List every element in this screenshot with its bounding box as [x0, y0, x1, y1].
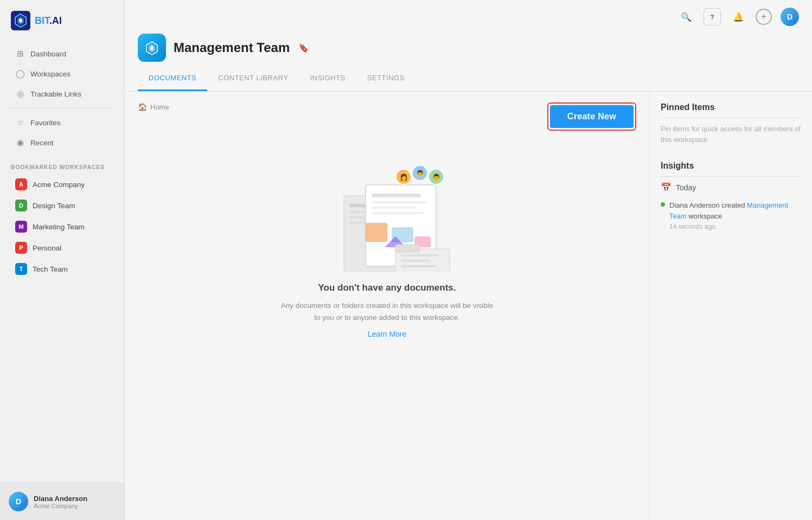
insights-today: 📅 Today [661, 182, 801, 192]
content-area: 🏠 Home Create New [125, 92, 812, 520]
workspace-badge-acme: A [15, 178, 27, 190]
workspace-item-label: Tech Team [33, 265, 68, 273]
bell-icon[interactable]: 🔔 [730, 8, 747, 25]
add-workspace-button[interactable]: + [756, 9, 772, 25]
sidebar-item-trackable-links[interactable]: ◎ Trackable Links [4, 84, 120, 104]
workspace-name: Management Team [174, 40, 290, 55]
sidebar-nav: ⊞ Dashboard ◯ Workspaces ◎ Trackable Lin… [0, 39, 124, 157]
svg-rect-31 [395, 245, 420, 252]
svg-rect-17 [366, 223, 387, 242]
tab-documents[interactable]: DOCUMENTS [138, 66, 207, 91]
user-company: Acme Company [34, 503, 87, 509]
sidebar-item-label: Workspaces [30, 70, 71, 78]
insight-time: 14 seconds ago [669, 223, 715, 230]
insights-title: Insights [661, 161, 801, 171]
create-new-button[interactable]: Create New [550, 105, 634, 128]
tab-insights[interactable]: INSIGHTS [299, 66, 356, 91]
workspace-badge-tech: T [15, 263, 27, 275]
trackable-links-icon: ◎ [15, 89, 25, 99]
recent-icon: ◉ [15, 138, 25, 147]
bookmarked-workspaces-list: A Acme Company D Design Team M Marketing… [0, 174, 124, 280]
favorites-icon: ☆ [15, 118, 25, 127]
sidebar-item-label: Dashboard [30, 50, 66, 58]
breadcrumb-label: Home [150, 103, 169, 111]
pinned-items-hint: Pin items for quick access for all membe… [661, 124, 801, 145]
workspace-item-marketing[interactable]: M Marketing Team [4, 216, 120, 237]
help-icon[interactable]: ? [704, 8, 721, 25]
sidebar-item-label: Trackable Links [30, 90, 81, 98]
empty-state: 👩 👨 👨 You don't have any documents [138, 142, 636, 349]
workspace-item-label: Acme Company [33, 181, 85, 189]
svg-text:👨: 👨 [432, 173, 440, 181]
pinned-divider [661, 118, 801, 118]
user-info: Diana Anderson Acme Company [34, 495, 87, 509]
workspace-title-area: Management Team 🔖 [138, 34, 309, 62]
workspace-item-label: Design Team [33, 202, 75, 210]
empty-title: You don't have any documents. [318, 283, 456, 293]
search-icon[interactable]: 🔍 [677, 8, 695, 25]
svg-rect-34 [401, 265, 436, 267]
breadcrumb: 🏠 Home [138, 102, 169, 111]
create-btn-wrapper: Create New [547, 102, 636, 131]
sidebar-item-dashboard[interactable]: ⊞ Dashboard [4, 44, 120, 63]
sidebar-item-workspaces[interactable]: ◯ Workspaces [4, 64, 120, 84]
logo: BIT.AI [0, 0, 124, 39]
user-avatar-topbar[interactable]: D [781, 8, 799, 26]
home-icon: 🏠 [138, 102, 147, 111]
insight-user: Diana Anderson [669, 201, 721, 209]
bookmark-icon[interactable]: 🔖 [298, 43, 309, 53]
user-name: Diana Anderson [34, 495, 87, 503]
workspace-icon-large [138, 34, 166, 62]
workspace-title: Management Team 🔖 [174, 40, 309, 55]
insight-item: Diana Anderson created Management Team w… [661, 200, 801, 232]
empty-illustration: 👩 👨 👨 [311, 163, 463, 272]
user-avatar: D [9, 492, 28, 511]
documents-section: 🏠 Home Create New [125, 92, 649, 520]
workspace-badge-marketing: M [15, 221, 27, 233]
tab-content-library[interactable]: CONTENT LIBRARY [207, 66, 299, 91]
svg-text:👨: 👨 [416, 169, 424, 177]
workspace-item-personal[interactable]: P Personal [4, 237, 120, 258]
dashboard-icon: ⊞ [15, 49, 25, 59]
workspace-item-design[interactable]: D Design Team [4, 195, 120, 216]
workspace-header: Management Team 🔖 [125, 34, 812, 62]
main-content: 🔍 ? 🔔 + D Management Team 🔖 DO [125, 0, 812, 520]
sidebar-item-label: Favorites [30, 119, 61, 127]
workspace-item-tech[interactable]: T Tech Team [4, 259, 120, 279]
insights-divider [661, 176, 801, 177]
sidebar-item-label: Recent [30, 139, 54, 147]
svg-rect-13 [372, 194, 421, 197]
learn-more-link[interactable]: Learn More [368, 330, 407, 338]
svg-rect-14 [372, 201, 426, 203]
insight-content: Diana Anderson created Management Team w… [669, 200, 801, 232]
workspace-item-label: Personal [33, 244, 61, 252]
svg-text:👩: 👩 [400, 173, 408, 181]
svg-rect-16 [372, 212, 424, 214]
today-label: Today [676, 183, 696, 192]
insight-dot [661, 202, 665, 207]
sidebar-item-favorites[interactable]: ☆ Favorites [4, 113, 120, 132]
svg-rect-33 [401, 260, 431, 262]
workspace-badge-personal: P [15, 242, 27, 254]
insights-section: Insights 📅 Today Diana Anderson created … [661, 161, 801, 232]
nav-divider [9, 108, 116, 108]
workspace-item-label: Marketing Team [33, 223, 85, 231]
insight-action2: workspace [688, 212, 722, 220]
bookmarked-section-label: BOOKMARKED WORKSPACES [0, 157, 124, 174]
sidebar: BIT.AI ⊞ Dashboard ◯ Workspaces ◎ Tracka… [0, 0, 125, 520]
svg-rect-32 [401, 254, 439, 256]
workspace-svg-icon [144, 40, 159, 55]
svg-rect-15 [372, 207, 415, 209]
right-panel: Pinned Items Pin items for quick access … [649, 92, 812, 520]
workspace-badge-design: D [15, 200, 27, 211]
workspace-item-acme[interactable]: A Acme Company [4, 174, 120, 195]
tab-settings[interactable]: SETTINGS [356, 66, 415, 91]
create-btn-highlight: Create New [547, 102, 636, 131]
sidebar-item-recent[interactable]: ◉ Recent [4, 133, 120, 152]
sidebar-footer[interactable]: D Diana Anderson Acme Company [0, 483, 124, 520]
insight-action: created [721, 201, 747, 209]
topbar: 🔍 ? 🔔 + D [125, 0, 812, 34]
pinned-items-title: Pinned Items [661, 102, 801, 112]
pinned-items-section: Pinned Items Pin items for quick access … [661, 102, 801, 145]
calendar-icon: 📅 [661, 182, 672, 192]
